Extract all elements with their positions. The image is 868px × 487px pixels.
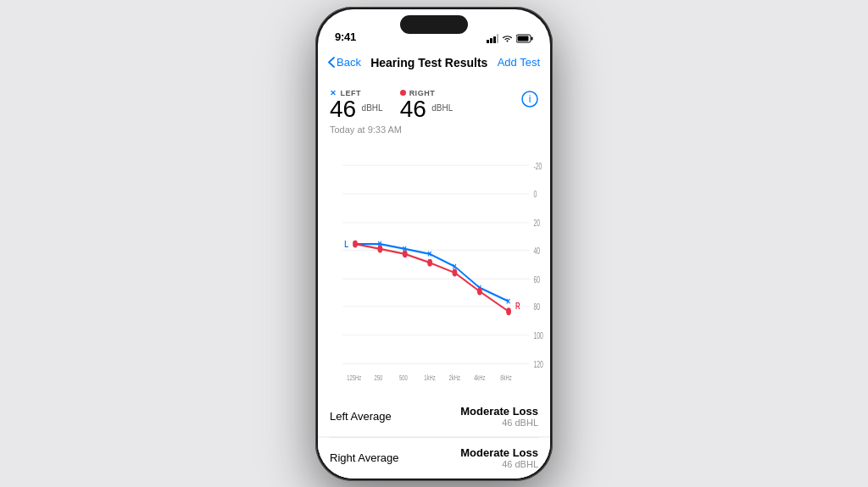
svg-text:120: 120 [533,359,543,369]
right-ear-value-row: 46 dBHL [400,97,453,121]
svg-text:125Hz: 125Hz [347,373,361,382]
phone-screen: 9:41 [318,9,550,479]
right-ear-value: 46 [400,96,426,122]
svg-text:60: 60 [533,274,540,285]
left-ear-value: 46 [330,96,356,122]
svg-point-40 [353,240,358,247]
svg-text:40: 40 [533,246,540,256]
back-label: Back [337,56,361,69]
svg-point-42 [403,250,408,257]
left-average-value: Moderate Loss 46 dBHL [460,405,538,428]
svg-rect-5 [531,36,533,40]
signal-icon [487,34,498,43]
phone-frame: 9:41 [315,7,553,481]
right-average-value: Moderate Loss 46 dBHL [460,446,538,469]
right-db: 46 dBHL [460,459,538,469]
left-ear-unit: dBHL [362,103,383,113]
add-test-button[interactable]: Add Test [498,56,540,69]
hearing-header: ✕ LEFT 46 dBHL RIGHT [330,89,538,121]
left-severity: Moderate Loss [460,405,538,418]
svg-point-46 [506,307,511,315]
svg-text:1kHz: 1kHz [424,373,436,382]
svg-text:500: 500 [399,373,408,382]
svg-point-45 [477,287,482,295]
svg-text:×: × [506,295,510,307]
svg-point-41 [377,245,382,252]
dynamic-island [400,15,468,34]
svg-rect-1 [490,38,492,43]
svg-rect-6 [518,36,529,41]
svg-rect-0 [487,40,489,43]
svg-text:20: 20 [533,218,540,228]
page-title: Hearing Test Results [370,56,487,69]
audiogram-chart: -20 0 20 40 60 80 100 120 125Hz 250 500 … [318,147,550,396]
left-ear-value-row: 46 dBHL [330,97,383,121]
left-average-label: Left Average [330,410,392,423]
left-db: 46 dBHL [460,418,538,428]
status-time: 9:41 [335,30,356,43]
status-icons [487,34,533,43]
nav-bar: Back Hearing Test Results Add Test [318,47,550,79]
hearing-date: Today at 9:33 AM [330,125,538,135]
svg-rect-3 [497,34,498,43]
svg-text:250: 250 [375,373,383,382]
ear-data: ✕ LEFT 46 dBHL RIGHT [330,89,521,121]
svg-text:2kHz: 2kHz [449,373,461,382]
svg-text:80: 80 [533,302,540,312]
right-average-label: Right Average [330,451,398,464]
svg-text:-20: -20 [533,161,542,171]
info-icon: i [521,91,538,108]
back-button[interactable]: Back [328,56,361,69]
right-average-card: Right Average Moderate Loss 46 dBHL [318,438,550,478]
left-ear-item: ✕ LEFT 46 dBHL [330,89,383,121]
wifi-icon [502,34,513,42]
svg-text:i: i [529,93,531,105]
result-cards: Left Average Moderate Loss 46 dBHL Right… [318,396,550,479]
svg-text:4kHz: 4kHz [474,373,486,382]
svg-point-43 [427,258,432,266]
audiogram-svg: -20 0 20 40 60 80 100 120 125Hz 250 500 … [318,147,550,396]
chevron-left-icon [328,57,335,68]
left-average-card: Left Average Moderate Loss 46 dBHL [318,396,550,436]
svg-rect-9 [318,147,550,396]
right-severity: Moderate Loss [460,446,538,459]
svg-text:L: L [344,238,348,249]
svg-point-44 [453,268,458,276]
right-ear-unit: dBHL [431,103,453,113]
svg-text:R: R [515,300,520,311]
svg-rect-2 [493,36,496,43]
hearing-summary-card: ✕ LEFT 46 dBHL RIGHT [318,79,550,147]
svg-text:0: 0 [533,190,537,200]
svg-text:8kHz: 8kHz [500,373,512,382]
svg-text:100: 100 [533,330,543,340]
content-area: ✕ LEFT 46 dBHL RIGHT [318,79,550,479]
right-ear-item: RIGHT 46 dBHL [400,89,453,121]
battery-icon [516,34,533,43]
svg-text:×: × [427,247,431,259]
info-button[interactable]: i [521,91,538,112]
